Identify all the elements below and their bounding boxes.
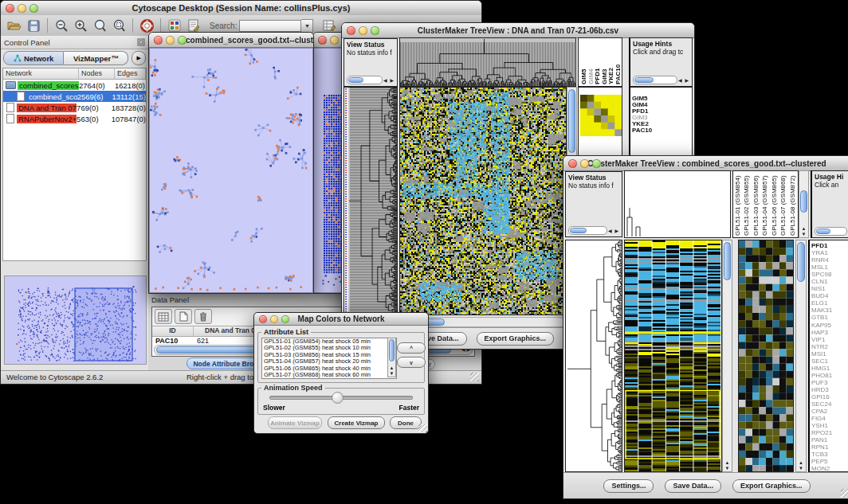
tv2-gene-label[interactable]: RPN1: [810, 443, 848, 451]
network-row[interactable]: combined_sco2569(6)13112(15): [3, 91, 146, 102]
minimize-button[interactable]: [580, 159, 589, 168]
tv2-global-vscrollbar[interactable]: ▲▼: [722, 240, 732, 472]
tv2-hints-scrollbar[interactable]: [815, 227, 847, 236]
close-button[interactable]: [154, 36, 163, 45]
tv2-row-dendrogram[interactable]: [566, 240, 622, 471]
tv1-heatmap[interactable]: [400, 88, 566, 315]
tv1-gene-label[interactable]: PAC10: [630, 127, 692, 134]
main-titlebar[interactable]: Cytoscape Desktop (Session Name: collins…: [1, 1, 481, 16]
search-input[interactable]: [239, 20, 301, 32]
tv1-gene-label[interactable]: GIM3: [630, 115, 692, 121]
tv2-gene-label[interactable]: RNR4: [810, 256, 848, 264]
tv2-gene-label[interactable]: PAN1: [810, 436, 848, 443]
done-button[interactable]: Done: [390, 416, 422, 429]
scroll-arrows-icon[interactable]: ▲▼: [799, 226, 808, 237]
tv1-column-label[interactable]: PAC10: [614, 38, 622, 86]
help-button[interactable]: [138, 18, 155, 33]
tab-vizmapper[interactable]: VizMapper™: [64, 51, 128, 65]
tv2-gene-label[interactable]: RPO21: [810, 429, 848, 436]
tv2-global-heatmap[interactable]: [625, 240, 721, 471]
minimize-button[interactable]: [330, 36, 339, 45]
scroll-arrows-icon[interactable]: ◀ ▶: [383, 77, 395, 83]
minimize-button[interactable]: [166, 36, 175, 45]
minimize-button[interactable]: [359, 26, 367, 35]
tv1-gene-label[interactable]: PFD1: [630, 108, 692, 115]
scroll-arrows-icon[interactable]: ◀ ▶: [608, 228, 619, 233]
tv2-gene-label[interactable]: MSL1: [810, 264, 848, 271]
tv1-gene-label[interactable]: GIM4: [630, 102, 692, 108]
tv1-hints-scrollbar[interactable]: ◀ ▶: [633, 76, 689, 84]
scroll-arrows-icon[interactable]: ◀ ▶: [678, 77, 689, 83]
new-attribute-button[interactable]: [175, 309, 192, 324]
tv2-gene-label[interactable]: HMG1: [810, 365, 848, 372]
tv2-gene-label[interactable]: SPC98: [810, 271, 848, 278]
tv2-gene-label[interactable]: HRD3: [810, 386, 848, 393]
save-session-button[interactable]: [25, 18, 42, 33]
tv2-button-1[interactable]: Save Data...: [665, 479, 721, 493]
tv1-gene-label[interactable]: GIM5: [630, 96, 692, 102]
scroll-arrows-icon[interactable]: ▲▼: [796, 460, 806, 471]
zoom-button[interactable]: [371, 26, 379, 35]
tv2-button-0[interactable]: Settings...: [603, 479, 654, 493]
tv1-status-scrollbar[interactable]: ◀ ▶: [347, 76, 395, 84]
tv2-column-dendrogram[interactable]: [625, 171, 730, 237]
resize-grip[interactable]: [841, 489, 848, 498]
tv2-gene-label[interactable]: VIP1: [810, 336, 848, 343]
close-button[interactable]: [6, 4, 14, 13]
attribute-item[interactable]: GPL51-07 (GSM868) heat shock 60 min: [262, 372, 396, 378]
animate-vizmap-button[interactable]: Animate Vizmap: [268, 416, 322, 429]
open-file-button[interactable]: [6, 18, 23, 33]
tv2-gene-label[interactable]: YSH1: [810, 422, 848, 429]
delete-attribute-button[interactable]: [194, 309, 212, 324]
attribute-browser-button[interactable]: [320, 18, 338, 33]
tv2-gene-label[interactable]: CPA2: [810, 408, 848, 415]
tv2-gene-label[interactable]: BUD4: [810, 292, 848, 299]
birdseye-view[interactable]: [4, 275, 147, 365]
tv2-gene-label[interactable]: PFD1: [810, 242, 848, 249]
tv2-gene-label[interactable]: NTR2: [810, 343, 848, 350]
tv1-column-label[interactable]: PFD1: [594, 38, 601, 86]
tab-overflow-button[interactable]: ▶: [132, 51, 146, 65]
minimize-button[interactable]: [18, 4, 26, 13]
tv2-gene-label[interactable]: MAK31: [810, 307, 848, 314]
zoom-selected-button[interactable]: [110, 18, 128, 33]
tv2-gene-label[interactable]: NIS1: [810, 285, 848, 292]
tab-network[interactable]: Network: [3, 51, 64, 65]
tv2-gene-label[interactable]: PUF3: [810, 379, 848, 386]
network-row[interactable]: RNAPuberNov2+563(0)107847(0): [3, 113, 146, 124]
tv1-column-label[interactable]: GIM5: [580, 38, 587, 86]
tv2-gene-label[interactable]: CLN1: [810, 278, 848, 285]
tv2-gene-label[interactable]: YRA1: [810, 249, 848, 256]
tv2-zoom-vscrollbar[interactable]: ▲▼: [795, 240, 807, 472]
tv2-zoom-heatmap[interactable]: [739, 240, 793, 471]
col-network[interactable]: Network: [3, 68, 79, 79]
attribute-list-scrollbar[interactable]: ▲▼: [387, 338, 396, 377]
minimize-button[interactable]: [270, 315, 278, 323]
move-down-button[interactable]: v: [397, 357, 426, 368]
tv2-column-label[interactable]: GPL51-04 (GSM857): [761, 171, 770, 237]
col-nodes[interactable]: Nodes: [79, 68, 115, 79]
zoom-in-button[interactable]: [72, 18, 89, 33]
tv1-row-dendrogram[interactable]: [344, 88, 397, 315]
treeview1-titlebar[interactable]: ClusterMaker TreeView : DNA and Tran 07-…: [342, 23, 694, 38]
tv1-gene-label[interactable]: YKE2: [630, 121, 692, 127]
tv2-gene-label[interactable]: GTB1: [810, 314, 848, 321]
tv2-column-label[interactable]: GPL51-02 (GSM855): [743, 171, 752, 237]
speed-slider-thumb[interactable]: [332, 392, 344, 404]
tv1-button-1[interactable]: Export Graphics...: [477, 332, 555, 346]
tv2-gene-label[interactable]: MON2: [810, 465, 848, 472]
tv1-column-dendrogram[interactable]: [400, 38, 575, 86]
zoom-button[interactable]: [592, 159, 601, 168]
float-panel-icon[interactable]: [137, 38, 145, 46]
move-up-button[interactable]: ^: [397, 342, 426, 354]
close-button[interactable]: [318, 36, 327, 45]
network1-canvas[interactable]: [149, 48, 313, 293]
tv2-status-scrollbar[interactable]: ◀ ▶: [568, 226, 619, 235]
tv2-button-2[interactable]: Export Graphics...: [732, 479, 811, 493]
select-attributes-button[interactable]: [155, 309, 172, 324]
close-button[interactable]: [568, 159, 577, 168]
annotation-button[interactable]: [185, 18, 202, 33]
data-col-id[interactable]: ID: [152, 326, 194, 336]
dialog-titlebar[interactable]: Map Colors to Network: [254, 313, 428, 326]
resize-grip[interactable]: [470, 373, 479, 381]
